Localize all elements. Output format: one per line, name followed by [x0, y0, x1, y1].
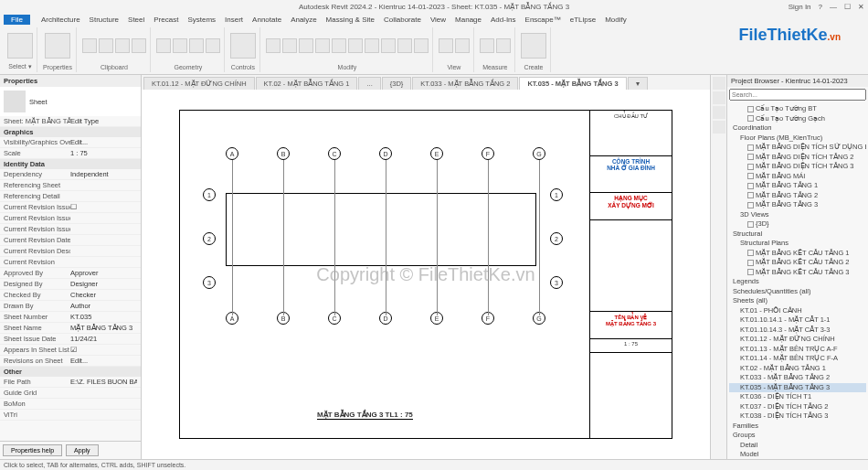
tree-node[interactable]: Families: [729, 422, 866, 432]
prop-value[interactable]: Edit...: [70, 357, 137, 365]
menu-collaborate[interactable]: Collaborate: [379, 15, 426, 25]
menu-structure[interactable]: Structure: [85, 15, 123, 25]
maximize-icon[interactable]: ☐: [844, 3, 851, 11]
view-tab[interactable]: KT.01.12 - MẶT ĐỨNG CHÍNH: [143, 77, 255, 90]
view-tab[interactable]: ...: [358, 77, 380, 90]
tree-node[interactable]: MẶT BẰNG MÁI: [729, 172, 866, 182]
menu-architecture[interactable]: Architecture: [37, 15, 85, 25]
prop-value[interactable]: Designer: [70, 280, 137, 288]
menu-precast[interactable]: Precast: [149, 15, 183, 25]
visibility-checkbox[interactable]: [747, 183, 754, 189]
instance-selector[interactable]: Sheet: MẶT BẰNG TẦNG 3: [4, 117, 70, 125]
prop-row[interactable]: Sheet Issue Date11/24/21: [0, 334, 141, 345]
tree-node[interactable]: 3D Views: [729, 210, 866, 220]
close-icon[interactable]: ✕: [858, 3, 864, 11]
tree-node[interactable]: MẶT BẰNG KẾT CẤU TẦNG 1: [729, 249, 866, 259]
prop-value[interactable]: [70, 225, 137, 233]
prop-value[interactable]: [70, 411, 137, 419]
prop-value[interactable]: Independent: [70, 170, 137, 178]
visibility-checkbox[interactable]: [747, 269, 754, 275]
view-tab[interactable]: KT.02 - MẶT BẰNG TẦNG 1: [256, 77, 358, 90]
prop-group[interactable]: Other: [0, 367, 141, 377]
prop-row[interactable]: Designed ByDesigner: [0, 279, 141, 290]
prop-row[interactable]: Current Revision Issued By: [0, 213, 141, 224]
prop-value[interactable]: 11/24/21: [70, 335, 137, 343]
menu-view[interactable]: View: [426, 15, 450, 25]
visibility-checkbox[interactable]: [747, 260, 754, 266]
tree-node[interactable]: KT.01.14 - MẶT BÊN TRỤC F-A: [729, 354, 866, 364]
visibility-checkbox[interactable]: [747, 202, 754, 208]
ribbon-button[interactable]: [496, 38, 511, 53]
tree-node[interactable]: MẶT BẰNG TẦNG 1: [729, 181, 866, 191]
ribbon-button[interactable]: [455, 38, 470, 53]
menu-modify[interactable]: Modify: [600, 15, 631, 25]
prop-value[interactable]: Approver: [70, 269, 137, 277]
prop-value[interactable]: ☐: [70, 203, 137, 211]
ribbon-button[interactable]: [173, 38, 187, 53]
ribbon-button[interactable]: [156, 38, 171, 53]
browser-search-input[interactable]: [729, 89, 866, 101]
prop-group[interactable]: Identity Data: [0, 159, 141, 169]
ribbon-button[interactable]: [189, 38, 204, 53]
view-tab[interactable]: {3D}: [382, 77, 412, 90]
minimize-icon[interactable]: —: [830, 3, 837, 11]
tree-node[interactable]: MẶT BẰNG TẦNG 2: [729, 191, 866, 201]
visibility-checkbox[interactable]: [747, 221, 754, 228]
prop-value[interactable]: [70, 258, 137, 266]
ribbon-button[interactable]: [365, 38, 379, 53]
ribbon-button[interactable]: [480, 38, 494, 53]
help-icon[interactable]: ?: [819, 3, 822, 11]
prop-row[interactable]: Sheet NameMẶT BẰNG TẦNG 3: [0, 323, 141, 334]
tree-node[interactable]: Legends: [729, 277, 866, 287]
tree-node[interactable]: Coordination: [729, 123, 866, 134]
tree-node[interactable]: MẶT BẰNG KẾT CẤU TẦNG 3: [729, 268, 866, 278]
ribbon-button[interactable]: [115, 38, 130, 53]
prop-row[interactable]: Referencing Sheet: [0, 180, 141, 191]
view-tab[interactable]: ▾: [628, 77, 648, 90]
tree-node[interactable]: Floor Plans (MB_KienTruc): [729, 134, 866, 144]
visibility-checkbox[interactable]: [747, 115, 754, 122]
nav-home-icon[interactable]: [713, 77, 725, 90]
ribbon-button[interactable]: [206, 38, 220, 53]
tree-node[interactable]: Model: [729, 450, 866, 459]
tree-node[interactable]: KT.01.12 - MẶT ĐỨNG CHÍNH: [729, 335, 866, 345]
tree-node[interactable]: KT.01.10.14.1 - MẶT CẮT 1-1: [729, 315, 866, 326]
ribbon-button[interactable]: [7, 33, 33, 59]
properties-help-button[interactable]: Properties help: [3, 444, 62, 456]
prop-value[interactable]: 1 : 75: [70, 149, 137, 157]
nav-wheel-icon[interactable]: [713, 91, 725, 104]
visibility-checkbox[interactable]: [747, 144, 754, 151]
prop-value[interactable]: Author: [70, 302, 137, 310]
prop-row[interactable]: File PathE:\Z. FILES BUON BAN\H...: [0, 377, 141, 388]
visibility-checkbox[interactable]: [747, 164, 754, 170]
prop-value[interactable]: [70, 181, 137, 189]
ribbon-button[interactable]: [282, 38, 297, 53]
ribbon-button[interactable]: [299, 38, 313, 53]
prop-row[interactable]: Current Revision Date: [0, 235, 141, 246]
tree-node[interactable]: KT.038 - DIỆN TÍCH TẦNG 3: [729, 411, 866, 422]
prop-row[interactable]: Appears In Sheet List☑: [0, 345, 141, 356]
menu-enscape[interactable]: Enscape™: [521, 15, 566, 25]
visibility-checkbox[interactable]: [747, 154, 754, 160]
tree-node[interactable]: MẶT BẰNG DIỆN TÍCH TẦNG 3: [729, 162, 866, 172]
tree-node[interactable]: Structural Plans: [729, 239, 866, 249]
prop-value[interactable]: [70, 214, 137, 222]
ribbon-button[interactable]: [414, 38, 429, 53]
visibility-checkbox[interactable]: [747, 106, 754, 112]
prop-row[interactable]: Sheet NumberKT.035: [0, 312, 141, 323]
apply-button[interactable]: Apply: [66, 444, 99, 456]
prop-row[interactable]: Current Revision Descripti...: [0, 246, 141, 257]
ribbon-button[interactable]: [348, 38, 363, 53]
ribbon-button[interactable]: [230, 33, 256, 59]
menu-insert[interactable]: Insert: [220, 15, 248, 25]
prop-value[interactable]: E:\Z. FILES BUON BAN\H...: [70, 378, 137, 386]
nav-pan-icon[interactable]: [713, 106, 725, 119]
prop-value[interactable]: [70, 236, 137, 244]
prop-row[interactable]: Guide Grid: [0, 388, 141, 399]
tree-node[interactable]: Cấu Tạo Tường BT: [729, 104, 866, 114]
prop-row[interactable]: Referencing Detail: [0, 191, 141, 202]
tree-node[interactable]: KT.035 - MẶT BẰNG TẦNG 3: [729, 383, 866, 393]
edit-type-button[interactable]: Edit Type: [70, 117, 137, 125]
prop-row[interactable]: BoMon: [0, 399, 141, 410]
prop-row[interactable]: Revisions on SheetEdit...: [0, 356, 141, 367]
